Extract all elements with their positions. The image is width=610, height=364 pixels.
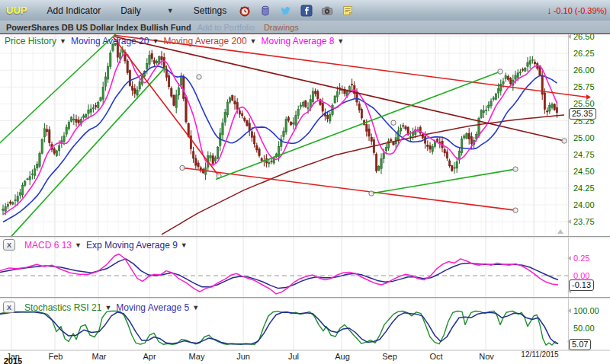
trendline-handle[interactable] — [562, 139, 567, 143]
candle-body — [488, 105, 490, 107]
candle-body — [104, 77, 106, 87]
month-label: Feb — [49, 352, 63, 361]
ma20-dropdown[interactable]: Moving Average 20 ▼ — [71, 36, 159, 46]
twitter-icon[interactable] — [280, 5, 292, 17]
candle-body — [351, 85, 352, 85]
ma200-dropdown[interactable]: Moving Average 200 ▼ — [163, 36, 256, 46]
candle-body — [495, 94, 496, 100]
candle-body — [251, 132, 252, 138]
alarm-icon[interactable] — [239, 5, 251, 17]
scroll-up-icon[interactable] — [557, 229, 563, 234]
candle-body — [556, 107, 557, 113]
candle-body — [73, 120, 75, 120]
candle-body — [229, 98, 230, 102]
chevron-down-icon[interactable]: ▼ — [250, 37, 257, 45]
facebook-icon[interactable] — [300, 5, 313, 17]
trendline-handle[interactable] — [369, 191, 374, 196]
candle-body — [268, 163, 270, 164]
symbol-label[interactable]: UUP — [6, 5, 27, 16]
settings-button[interactable]: Settings — [194, 5, 226, 16]
candle-body — [393, 142, 394, 145]
candle-body — [163, 58, 165, 69]
candle-body — [41, 139, 43, 153]
chart-canvas[interactable]: 26.5026.2526.0025.7525.5025.2525.0024.75… — [0, 34, 610, 364]
candle-body — [53, 148, 55, 153]
price-history-label: Price History — [5, 36, 56, 46]
candle-body — [12, 203, 14, 204]
candle-body — [436, 139, 438, 142]
chevron-down-icon[interactable]: ▼ — [192, 304, 199, 311]
trendline[interactable] — [371, 169, 515, 193]
chevron-down-icon[interactable]: ▼ — [75, 241, 82, 249]
candle-body — [461, 139, 462, 153]
candle-body — [546, 111, 547, 112]
toolbar: UUP Add Indicator Daily ▼ Settings — [0, 0, 610, 21]
drawing-handle[interactable] — [391, 120, 396, 125]
candle-body — [390, 139, 392, 141]
candle-body — [400, 128, 401, 131]
stoch-ma-dropdown[interactable]: Moving Average 5 ▼ — [116, 302, 199, 313]
candle-body — [554, 104, 555, 110]
candle-body — [102, 88, 104, 100]
price-tick-label: 26.25 — [573, 49, 595, 58]
candle-body — [385, 147, 387, 151]
macd-ema-dropdown[interactable]: Exp Moving Average 9 ▼ — [86, 240, 188, 251]
stoch-indicator-row: X Stochastics RSI 21 ▼ Moving Average 5 … — [3, 302, 199, 313]
chevron-down-icon[interactable]: ▼ — [181, 241, 188, 249]
ma200-label: Moving Average 200 — [163, 36, 246, 46]
candle-body — [403, 126, 404, 126]
candle-body — [371, 137, 372, 142]
candle-body — [100, 97, 101, 101]
price-tick-label: 24.50 — [573, 167, 595, 176]
candle-body — [312, 91, 313, 102]
chevron-down-icon[interactable]: ▼ — [152, 37, 159, 45]
trendline-handle[interactable] — [498, 69, 502, 74]
candle-body — [224, 113, 226, 123]
trendline-handle[interactable] — [513, 167, 518, 171]
macd-close-button[interactable]: X — [3, 239, 15, 251]
candle-body — [378, 166, 380, 170]
chevron-down-icon[interactable]: ▼ — [59, 37, 66, 45]
macd-dropdown[interactable]: MACD 6 13 ▼ — [24, 240, 82, 251]
candle-body — [95, 106, 96, 107]
trendline[interactable] — [182, 168, 515, 210]
candle-body — [226, 102, 228, 115]
camera-icon[interactable] — [321, 5, 333, 17]
stoch-signal-line — [0, 312, 558, 344]
candle-body — [75, 120, 77, 123]
candle-body — [217, 147, 218, 158]
price-history-dropdown[interactable]: Price History ▼ — [5, 36, 66, 46]
candle-body — [302, 103, 303, 107]
database-icon[interactable] — [259, 5, 271, 17]
candle-body — [29, 177, 30, 180]
candle-body — [485, 110, 486, 111]
candle-body — [307, 107, 309, 108]
candle-body — [464, 136, 465, 138]
notes-icon[interactable] — [342, 5, 354, 17]
candle-body — [149, 56, 150, 65]
drawings-menu[interactable]: Drawings — [264, 23, 299, 32]
candle-body — [92, 108, 94, 109]
stoch-dropdown[interactable]: Stochastics RSI 21 ▼ — [24, 302, 111, 313]
month-label: Nov — [479, 352, 494, 361]
chevron-down-icon[interactable]: ▼ — [104, 304, 111, 311]
candle-body — [180, 76, 181, 85]
candle-body — [305, 101, 307, 107]
macd-signal-line — [0, 259, 558, 289]
timeframe-dropdown[interactable]: Daily — [120, 5, 141, 16]
candle-body — [480, 110, 482, 118]
ma8-dropdown[interactable]: Moving Average 8 ▼ — [262, 36, 345, 46]
chevron-down-icon[interactable]: ▼ — [337, 37, 344, 45]
trendline-handle[interactable] — [513, 208, 518, 212]
timeframe-caret-icon[interactable]: ▼ — [167, 7, 174, 14]
stoch-close-button[interactable]: X — [3, 302, 15, 313]
add-indicator-button[interactable]: Add Indicator — [47, 5, 101, 16]
candle-body — [171, 88, 172, 96]
trendline-handle[interactable] — [180, 165, 185, 170]
candle-body — [261, 158, 262, 161]
add-to-portfolio-link[interactable]: Add to Portfolio — [197, 23, 255, 32]
month-label: Apr — [143, 352, 156, 361]
candle-body — [446, 152, 448, 158]
drawing-handle[interactable] — [197, 75, 201, 79]
trendline[interactable] — [11, 66, 166, 238]
